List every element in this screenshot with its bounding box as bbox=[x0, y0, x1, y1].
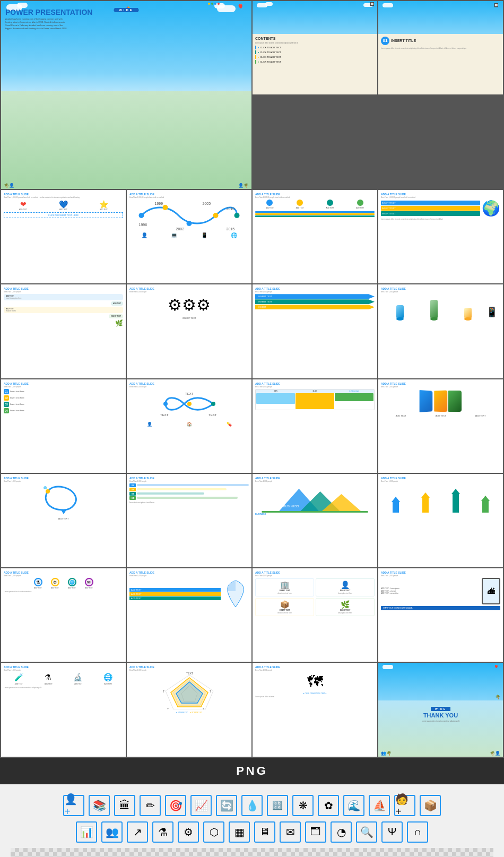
click-insert[interactable]: CLICK TO INSERT TEXT HERE bbox=[4, 212, 123, 218]
icon-text-abc: 🔡 bbox=[267, 795, 288, 816]
slide-mountain: ADD A TITLE SLIDE Brea Than 1,000 people… bbox=[253, 474, 377, 567]
contents-item-1[interactable]: ● CLICK TO ADD TEXT bbox=[255, 46, 375, 49]
infinity-svg: TEXT TEXT TEXT bbox=[158, 391, 221, 417]
svg-marker-17 bbox=[61, 510, 66, 514]
bubble-2: ADD TEXT bbox=[111, 301, 123, 306]
ribbon-2: INSERT TEXT bbox=[255, 299, 375, 304]
main-container: 🎈 🪁 🌴👤 👤🌴 WIDE POWER PRESENTATION Acadat… bbox=[0, 0, 504, 857]
slide-insert-title: 🔲 01 INSERT TITLE Lorem ipsum dolor sit … bbox=[378, 1, 503, 94]
svg-point-12 bbox=[187, 402, 192, 406]
svg-text:T: T bbox=[210, 690, 211, 693]
icon-water: 💧 bbox=[241, 795, 263, 816]
slide-house-arrows: ADD A TITLE SLIDE Brea Than 1,000 people bbox=[378, 474, 503, 567]
insert-title-desc: Lorem ipsum dolor sit amet consectetur a… bbox=[381, 47, 500, 50]
icon-search: 🔍 bbox=[356, 821, 377, 843]
contents-item-3[interactable]: ● CLICK TO ADD TEXT bbox=[255, 55, 375, 59]
svg-rect-23 bbox=[262, 511, 368, 513]
slide-tablet: ADD A TITLE SLIDE Brea Than 1,000 people… bbox=[378, 568, 503, 662]
slide-gears: ADD A TITLE SLIDE Brea Than 1,000 people… bbox=[127, 284, 251, 378]
bubble-3: ADD TEXTINSERT TEXT bbox=[4, 307, 123, 313]
slide-thankyou: 🎈 🌴 WIDE THANK YOU Lorem ipsum dolor sit… bbox=[378, 663, 503, 756]
book-text-1: ADD TEXT bbox=[396, 414, 406, 417]
svg-point-11 bbox=[163, 402, 168, 406]
slide-title-1: ADD A TITLE SLIDE bbox=[4, 193, 123, 196]
slide-contents: 🔲 CONTENTS Lorem ipsum dolor sit amet co… bbox=[253, 1, 377, 94]
slide-hero: 🎈 🪁 🌴👤 👤🌴 WIDE POWER PRESENTATION Acadat… bbox=[1, 1, 251, 189]
icon-group: 👥 bbox=[101, 821, 123, 843]
slide-chat-bubbles: ADD A TITLE SLIDE Brea Than 1,000 people… bbox=[1, 284, 126, 378]
slide-two-col-icons: ADD A TITLE SLIDE Brea Than 1,000 people… bbox=[253, 568, 377, 662]
svg-text:2002: 2002 bbox=[176, 227, 185, 231]
book-text-3: ADD TEXT bbox=[475, 414, 486, 417]
thankyou-wide-label: WIDE bbox=[431, 707, 450, 711]
slide-korea-map: ADD A TITLE SLIDE Brea Than 1,000 people… bbox=[127, 568, 251, 662]
slide-cylinders: ADD A TITLE SLIDE Brea Than 1,000 people bbox=[378, 284, 503, 378]
icon-arrow-up: ↗ bbox=[127, 821, 148, 843]
icons-row-1: 👤+ 📚 🏛 ✏ 🎯 📈 🔄 💧 🔡 ❋ ✿ 🌊 ⛵ 🧑+ 📦 bbox=[11, 795, 493, 816]
bubble-1: ADD TEXTinsert description here bbox=[4, 294, 123, 300]
svg-text:TEXT: TEXT bbox=[160, 413, 169, 417]
svg-text:1999: 1999 bbox=[155, 202, 163, 205]
insert-text-gear: INSERT TEXT bbox=[129, 317, 249, 319]
icon-book: 📚 bbox=[89, 795, 110, 816]
col2-label: ADD TEXT bbox=[285, 207, 315, 209]
icon-3d-box: 📦 bbox=[420, 795, 441, 816]
mountain-svg: BUSINESS bbox=[255, 483, 375, 513]
slide-steps-circles: ADD A TITLE SLIDE Brea Than 1,000,00 peo… bbox=[1, 190, 126, 283]
icon-chart-bar: 📊 bbox=[76, 821, 97, 843]
svg-text:TEXT: TEXT bbox=[208, 413, 217, 417]
svg-text:2005: 2005 bbox=[203, 202, 211, 205]
icon-wave: 🌊 bbox=[343, 795, 364, 816]
svg-point-18 bbox=[46, 489, 50, 494]
korea-map-svg bbox=[222, 578, 249, 610]
svg-text:2015: 2015 bbox=[227, 227, 235, 231]
insert-text-3[interactable]: INSERT TEXT bbox=[381, 211, 480, 216]
slide-world-map: ADD A TITLE SLIDE Brea Than 1,000 people… bbox=[253, 663, 377, 756]
svg-text:T: T bbox=[163, 690, 164, 693]
slide-book-fold: ADD A TITLE SLIDE Brea Than 1,000 people… bbox=[378, 379, 503, 473]
add-text-spiral: ADD TEXT bbox=[4, 517, 123, 520]
contents-desc: Lorem ipsum dolor sit amet consectetur a… bbox=[255, 42, 375, 44]
svg-point-2 bbox=[187, 221, 192, 226]
insert-text-2[interactable]: INSERT TEXT bbox=[381, 206, 480, 211]
start-business: START YOUR BUSINESS WITH ASADAL bbox=[381, 606, 500, 610]
svg-text:2010: 2010 bbox=[227, 207, 235, 211]
thankyou-desc: Lorem ipsum dolor sit amet consectetur a… bbox=[380, 720, 501, 723]
icon-fork: Ψ bbox=[381, 821, 403, 843]
slide-title-3: ADD A TITLE SLIDE bbox=[255, 193, 375, 196]
svg-point-13 bbox=[211, 402, 215, 406]
icon-nodes: ⬡ bbox=[203, 821, 224, 843]
click-add-title[interactable]: ★ CLICK TO ADD TITLE TEXT ★ bbox=[255, 692, 375, 695]
icon-flower2: ✿ bbox=[318, 795, 339, 816]
svg-text:T: T bbox=[203, 708, 204, 709]
insert-text-1[interactable]: INSERT TEXT bbox=[381, 201, 480, 205]
icon-email: ✉ bbox=[280, 821, 301, 843]
insert-title-text: INSERT TITLE bbox=[391, 39, 416, 42]
slides-grid: 🎈 🪁 🌴👤 👤🌴 WIDE POWER PRESENTATION Acadat… bbox=[0, 0, 504, 758]
slide-ribbons: ADD A TITLE SLIDE Brea Than 1,000 people… bbox=[253, 284, 377, 378]
book-text-2: ADD TEXT bbox=[436, 414, 446, 417]
col3-label: ADD TEXT bbox=[316, 207, 345, 209]
svg-text:TEXT: TEXT bbox=[186, 672, 193, 675]
svg-text:BUSINESS: BUSINESS bbox=[283, 505, 299, 508]
svg-point-1 bbox=[163, 205, 168, 210]
icon-flask: ⚗ bbox=[152, 821, 173, 843]
thankyou-title: THANK YOU bbox=[380, 712, 501, 719]
insert-title-badge: 01 bbox=[381, 37, 389, 45]
slide-globe: ADD A TITLE SLIDE Brea Than 1,000,00 peo… bbox=[378, 190, 503, 283]
contents-item-4[interactable]: ● CLICK TO ADD TEXT bbox=[255, 60, 375, 64]
contents-item-2[interactable]: ● CLICK TO ADD TEXT bbox=[255, 50, 375, 54]
slide-circles-icons: ADD A TITLE SLIDE Brea Than 1,000 people… bbox=[1, 568, 126, 662]
slide-title-2: ADD A TITLE SLIDE bbox=[129, 193, 249, 196]
icon-ship: ⛵ bbox=[369, 795, 390, 816]
icons-row-2: 📊 👥 ↗ ⚗ ⚙ ⬡ ▦ 🖥 ✉ 🗔 ◔ 🔍 Ψ ∩ bbox=[11, 821, 493, 843]
slide-data-chart: ADD A TITLE SLIDE Brea Than 1,000 people… bbox=[253, 379, 377, 473]
slide-lab-icons: ADD A TITLE SLIDE Brea Than 1,000 people… bbox=[1, 663, 126, 756]
icon-pie: ◔ bbox=[331, 821, 352, 843]
slide-four-col: ADD A TITLE SLIDE Brea Than 1,000,00 peo… bbox=[253, 190, 377, 283]
icon-building: 🏛 bbox=[114, 795, 135, 816]
transparent-section: 📚🔍 BOOKS SEARCH 🎓 GRADUATION A B ALPHABE… bbox=[11, 848, 493, 858]
hero-subtitle: Acadat has been running one of the bigge… bbox=[5, 18, 69, 30]
contents-title: CONTENTS bbox=[255, 37, 375, 40]
slide-desc-1: Brea Than 1,000,00 people have held no m… bbox=[4, 196, 123, 198]
